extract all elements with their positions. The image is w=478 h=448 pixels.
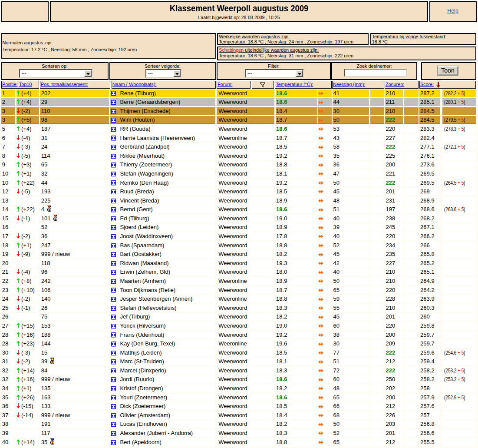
svg-text:2: 2 bbox=[48, 209, 50, 212]
svg-text:1: 1 bbox=[52, 441, 53, 444]
svg-text:3: 3 bbox=[52, 361, 53, 364]
svg-text:2: 2 bbox=[55, 217, 56, 220]
